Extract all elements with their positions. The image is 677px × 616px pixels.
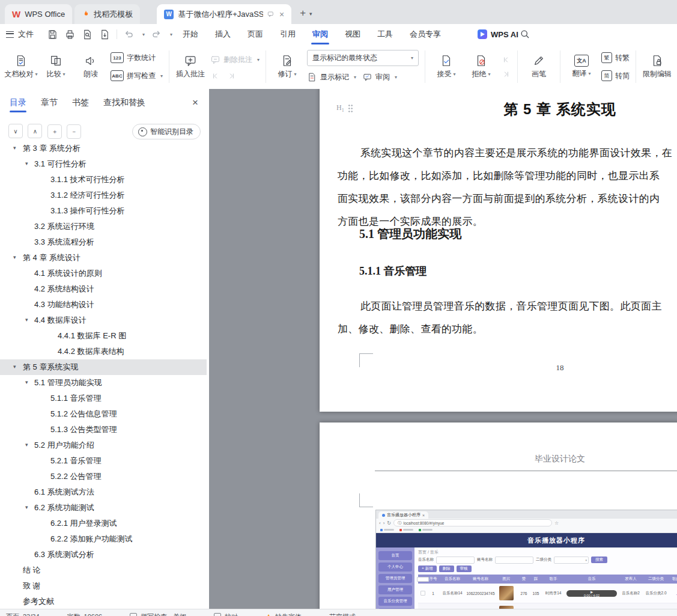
tab-insert[interactable]: 插入 <box>207 24 239 44</box>
toc-item[interactable]: ▾ 参考文献 <box>0 594 207 609</box>
tab-toc[interactable]: 目录 <box>10 95 26 111</box>
toc-item[interactable]: ▾ 3.2 系统运行环境 <box>0 219 207 234</box>
toc-item[interactable]: ▾ 5.1.2 公告信息管理 <box>0 406 207 422</box>
toc-item[interactable]: ▾ 第 5 章系统实现 <box>0 359 207 375</box>
translate-button[interactable]: 文A 翻译▾ <box>564 47 599 86</box>
toc-item[interactable]: ▾ 3.1.3 操作可行性分析 <box>0 203 207 219</box>
tab-page[interactable]: 页面 <box>239 24 272 44</box>
undo-icon[interactable] <box>123 29 135 40</box>
tab-find-replace[interactable]: 查找和替换 <box>103 95 145 111</box>
toc-item[interactable]: ▾ 4.2 系统结构设计 <box>0 281 207 297</box>
toc-expand-icon[interactable]: ▾ <box>13 364 16 370</box>
toc-expand-icon[interactable]: ▾ <box>25 160 28 166</box>
tab-chapters[interactable]: 章节 <box>41 95 58 111</box>
toc-expand-icon[interactable]: ▾ <box>25 442 28 448</box>
export-pdf-icon[interactable] <box>99 29 111 40</box>
toc-item[interactable]: ▾ 第 4 章 系统设计 <box>0 250 207 266</box>
redo-chevron-icon[interactable]: ▾ <box>170 32 172 37</box>
file-menu-button[interactable]: 文件 <box>6 24 34 44</box>
toc-item[interactable]: ▾ 3.3 系统流程分析 <box>0 234 207 250</box>
toc-item[interactable]: ▾ 5.1.3 公告类型管理 <box>0 422 207 438</box>
tab-reference[interactable]: 引用 <box>272 24 304 44</box>
toc-item[interactable]: ▾ 6.2.2 添加账户功能测试 <box>0 531 207 547</box>
accept-button[interactable]: 接受▾ <box>429 47 464 86</box>
word-count-indicator[interactable]: 字数 10606 <box>67 612 103 616</box>
compare-button[interactable]: 比较▾ <box>38 47 73 86</box>
toc-expand-icon[interactable]: ▾ <box>25 504 28 510</box>
toc-item[interactable]: ▾ 3.1.2 经济可行性分析 <box>0 188 207 203</box>
close-tab-icon[interactable]: × <box>279 10 284 19</box>
collapse-all-button[interactable]: ∧ <box>28 124 42 138</box>
mode-indicator[interactable]: 节空模式 <box>329 612 356 616</box>
toc-item[interactable]: ▾ 结 论 <box>0 563 207 578</box>
toc-item[interactable]: ▾ 4.4.1 数据库 E-R 图 <box>0 328 207 344</box>
page-indicator[interactable]: 页面 23/34 <box>6 612 40 616</box>
wps-ai-button[interactable]: WPS AI <box>478 24 518 44</box>
toc-item[interactable]: ▾ 3.1 可行性分析 <box>0 156 207 172</box>
toc-item[interactable]: ▾ 3.1.1 技术可行性分析 <box>0 172 207 188</box>
insert-comment-button[interactable]: 插入批注 <box>173 47 208 86</box>
print-preview-icon[interactable] <box>82 29 93 40</box>
encrypt-doc-button[interactable]: 文档加密 <box>675 47 677 86</box>
toc-item[interactable]: ▾ 6.2.1 用户登录测试 <box>0 516 207 531</box>
tab-review[interactable]: 审阅 <box>304 24 336 44</box>
proofread-status[interactable]: 校对 <box>214 612 238 616</box>
undo-chevron-icon[interactable]: ▾ <box>142 32 145 37</box>
doc-proofread-button[interactable]: 文档校对▾ <box>4 47 38 86</box>
tab-bookmarks[interactable]: 书签 <box>72 95 89 111</box>
toc-item[interactable]: ▾ 4.1 系统设计的原则 <box>0 266 207 281</box>
track-changes-button[interactable]: 修订▾ <box>270 47 305 86</box>
reject-button[interactable]: 拒绝▾ <box>464 47 499 86</box>
delete-comment-button[interactable]: 删除批注 ▾ <box>210 53 260 67</box>
search-icon[interactable] <box>519 28 531 40</box>
tab-list-chevron-icon[interactable]: ▾ <box>309 11 312 17</box>
spellcheck-status[interactable]: 拼写检查 - 关闭 <box>130 612 186 616</box>
print-icon[interactable] <box>64 29 76 40</box>
read-aloud-button[interactable]: 朗读 <box>73 47 108 86</box>
previous-comment-icon[interactable] <box>210 71 220 81</box>
zoom-in-button[interactable]: ＋ <box>47 124 62 139</box>
ink-pen-button[interactable]: 画笔 <box>521 47 556 86</box>
redo-icon[interactable] <box>151 29 162 40</box>
restrict-edit-button[interactable]: 限制编辑 <box>640 47 675 86</box>
next-comment-icon[interactable] <box>226 71 237 81</box>
toc-expand-icon[interactable]: ▾ <box>13 254 16 260</box>
toc-item[interactable]: ▾ 5.2.1 音乐管理 <box>0 453 207 469</box>
markup-state-select[interactable]: 显示标记的最终状态 ▾ <box>307 50 419 66</box>
expand-all-button[interactable]: ∨ <box>8 124 23 138</box>
tab-current-document[interactable]: W 基于微信小程序+JavaSSM+M × <box>157 4 291 24</box>
zoom-out-button[interactable]: － <box>67 124 81 139</box>
word-count-button[interactable]: 123 字数统计 <box>111 51 163 65</box>
toc-item[interactable]: ▾ 5.1.1 音乐管理 <box>0 391 207 406</box>
tab-tools[interactable]: 工具 <box>369 24 401 44</box>
missing-font-warning[interactable]: 缺失字体 <box>266 612 302 616</box>
tab-view[interactable]: 视图 <box>336 24 369 44</box>
toc-item[interactable]: ▾ 致 谢 <box>0 578 207 594</box>
tab-docer-templates[interactable]: 找稻壳模板 <box>74 4 140 24</box>
document-canvas[interactable]: H1 第 5 章 系统实现 系统实现这个章节的内容主要还是展示系统的功能界面设计… <box>209 89 677 609</box>
tab-member[interactable]: 会员专享 <box>401 24 449 44</box>
save-icon[interactable] <box>47 29 58 40</box>
toc-item[interactable]: ▾ 4.4 数据库设计 <box>0 313 207 328</box>
toc-item[interactable]: ▾ 5.1 管理员功能实现 <box>0 375 207 391</box>
tab-home[interactable]: 开始 <box>174 24 207 44</box>
toc-item[interactable]: ▾ 6.3 系统测试分析 <box>0 547 207 563</box>
document-page-2[interactable]: 毕业设计论文 音乐播放器小程序 × ‹ › ↻ ⓘ <box>320 422 677 609</box>
toc-item[interactable]: ▾ 4.3 功能结构设计 <box>0 297 207 313</box>
toc-expand-icon[interactable]: ▾ <box>13 145 16 151</box>
new-tab-button[interactable]: + <box>300 7 306 19</box>
toc-item[interactable]: ▾ 6.1 系统测试方法 <box>0 484 207 500</box>
previous-change-icon[interactable] <box>501 55 511 65</box>
to-traditional-button[interactable]: 繁 转繁 <box>601 51 630 65</box>
smart-toc-button[interactable]: 智能识别目录 <box>132 124 201 139</box>
toc-item[interactable]: ▾ 5.2.2 公告管理 <box>0 469 207 484</box>
tab-wps-office[interactable]: W WPS Office <box>5 4 72 24</box>
document-page-1[interactable]: H1 第 5 章 系统实现 系统实现这个章节的内容主要还是展示系统的功能界面设计… <box>320 89 677 412</box>
next-change-icon[interactable] <box>501 69 511 79</box>
spell-check-button[interactable]: ABC 拼写检查 ▾ <box>111 69 163 83</box>
review-pane-button[interactable]: 审阅 ▾ <box>362 70 397 84</box>
toc-item[interactable]: ▾ 第 3 章 系统分析 <box>0 141 207 156</box>
toc-item[interactable]: ▾ 6.2 系统功能测试 <box>0 500 207 516</box>
toc-expand-icon[interactable]: ▾ <box>25 379 28 385</box>
toc-item[interactable]: ▾ 5.2 用户功能介绍 <box>0 438 207 453</box>
